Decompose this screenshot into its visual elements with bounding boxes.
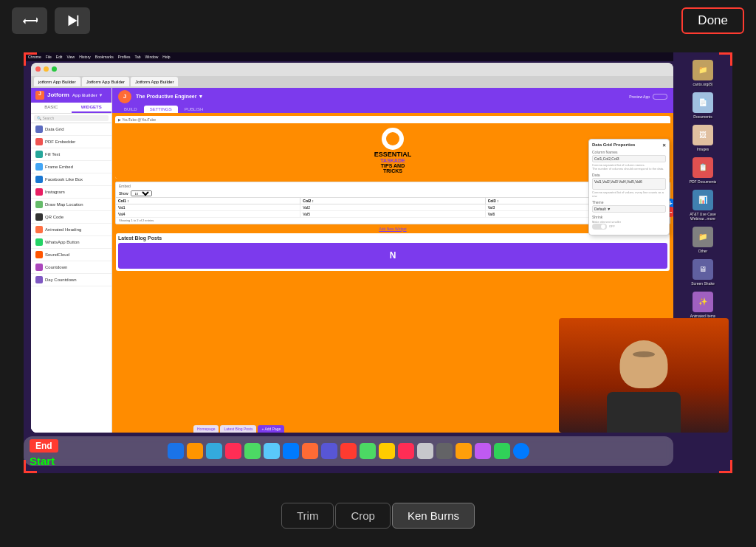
start-label: Start <box>30 455 55 467</box>
swap-icon <box>21 13 38 29</box>
dock-icon-15[interactable] <box>456 443 472 459</box>
blog-image: N <box>118 243 667 269</box>
sidebar-search: 🔍 Search <box>31 114 111 123</box>
app-nav-publish[interactable]: PUBLISH <box>179 106 210 113</box>
video-container: Chrome File Edit View History Bookmarks … <box>24 52 732 473</box>
corner-tr-handle[interactable] <box>719 52 732 66</box>
dock-icon-chrome[interactable] <box>168 443 184 459</box>
dock-icon-9[interactable] <box>340 443 357 459</box>
corner-tl-handle[interactable] <box>24 52 37 66</box>
top-toolbar: Done <box>0 0 756 41</box>
maximize-dot[interactable] <box>52 66 57 72</box>
blog-section: Latest Blog Posts N <box>116 233 670 271</box>
sidebar-item-frame[interactable]: Frame Embed <box>31 161 111 173</box>
page-tab-add[interactable]: + Add Page <box>258 425 284 433</box>
app-header: J The Productive Engineer ▼ Preview App <box>112 88 673 106</box>
main-area: Chrome File Edit View History Bookmarks … <box>0 41 756 484</box>
browser-chrome <box>31 63 673 76</box>
ken-burns-tab[interactable]: Ken Burns <box>392 503 475 529</box>
screenshot-content: Chrome File Edit View History Bookmarks … <box>24 52 732 473</box>
dock-icon-17[interactable] <box>494 443 510 459</box>
dock-icon-5[interactable] <box>264 443 280 459</box>
corner-br-handle[interactable] <box>719 460 732 473</box>
dock-icon-7[interactable] <box>302 443 318 459</box>
desktop-icon-animated[interactable]: ✨ Animated Items <box>690 292 716 318</box>
sidebar-nav-basic[interactable]: BASIC <box>31 103 72 113</box>
column-names-input[interactable]: Col1,Col2,Col3 <box>592 155 666 162</box>
sidebar-item-filltext[interactable]: Fill Text <box>31 148 111 161</box>
app-nav: BUILD SETTINGS PUBLISH <box>112 106 673 113</box>
mac-dock <box>24 436 673 466</box>
browser-tabs: jotform App Builder Jotform App Builder … <box>31 76 673 88</box>
close-dot[interactable] <box>35 66 41 72</box>
bottom-toolbar: Trim Crop Ken Burns <box>0 484 756 547</box>
sidebar-item-qr[interactable]: QR Code <box>31 211 111 224</box>
show-select[interactable]: 10 <box>131 190 152 196</box>
desktop-icon-documents[interactable]: 📄 Documents <box>693 92 713 119</box>
mac-menubar: Chrome File Edit View History Bookmarks … <box>24 52 673 61</box>
trim-tab[interactable]: Trim <box>281 503 334 529</box>
dock-icon-10[interactable] <box>360 443 376 459</box>
page-tab-homepage[interactable]: Homepage <box>193 425 219 433</box>
minimize-dot[interactable] <box>44 66 49 72</box>
desktop-icons: 📁 canto.org(8) 📄 Documents 🖼 Images 📋 PD… <box>677 60 729 318</box>
page-tab-blog[interactable]: Latest Blog Posts <box>220 425 256 433</box>
sidebar-item-soundcloud[interactable]: SoundCloud <box>31 249 111 261</box>
data-input[interactable]: Val1,Val2,Val3 Val4,Val5,Val6 <box>592 178 666 190</box>
desktop-icon-screen-shake[interactable]: 🖥 Screen Shake <box>691 259 714 286</box>
crop-tab[interactable]: Crop <box>335 503 391 529</box>
sidebar-item-facebook[interactable]: Facebook Like Box <box>31 173 111 186</box>
sidebar-item-whatsapp[interactable]: WhatsApp Button <box>31 236 111 249</box>
page-tabs: Homepage Latest Blog Posts + Add Page <box>193 425 284 433</box>
dock-icon-2[interactable] <box>206 443 222 459</box>
webcam-overlay <box>559 318 729 433</box>
desktop-icon-att[interactable]: 📊 AT&T Use Case Webinar...more <box>677 190 729 221</box>
sidebar-item-countdown[interactable]: Countdown <box>31 261 111 274</box>
sidebar-item-daycountdown[interactable]: Day Countdown <box>31 274 111 286</box>
sidebar-item-pdf[interactable]: PDF Embedder <box>31 136 111 148</box>
app-sidebar: J Jotform App Builder ▼ BASIC WIDGETS 🔍 … <box>31 88 112 433</box>
app-nav-build[interactable]: BUILD <box>118 106 143 113</box>
dock-icon-12[interactable] <box>398 443 414 459</box>
desktop-icon-pdf[interactable]: 📋 PDF Documents <box>690 157 717 184</box>
swap-button[interactable] <box>12 7 47 34</box>
dock-icon-16[interactable] <box>475 443 491 459</box>
close-panel-btn[interactable]: ✕ <box>662 142 666 148</box>
sidebar-nav-widgets[interactable]: WIDGETS <box>72 103 112 113</box>
dock-icon-4[interactable] <box>244 443 261 459</box>
shrink-toggle[interactable] <box>592 224 607 230</box>
dock-icon-3[interactable] <box>225 443 241 459</box>
data-grid-properties-panel: Data Grid Properties ✕ Column Names Col1… <box>588 139 670 235</box>
dock-icon-8[interactable] <box>321 443 337 459</box>
dock-icon-11[interactable] <box>379 443 395 459</box>
desktop-icon-images[interactable]: 🖼 Images <box>693 125 713 151</box>
dock-icon-1[interactable] <box>187 443 203 459</box>
play-icon <box>64 13 80 29</box>
sidebar-item-datagrid[interactable]: Data Grid <box>31 123 111 136</box>
sidebar-header: J Jotform App Builder ▼ <box>31 88 111 103</box>
webcam-person <box>559 318 729 433</box>
app-nav-settings[interactable]: SETTINGS <box>144 106 178 113</box>
browser-tab-2[interactable]: Jotform App Builder <box>82 77 129 86</box>
desktop-icon-other[interactable]: 📁 Other <box>693 227 713 253</box>
desktop-icon-canto[interactable]: 📁 canto.org(8) <box>693 60 713 86</box>
play-button[interactable] <box>55 7 90 34</box>
done-button[interactable]: Done <box>681 7 744 34</box>
end-label: End <box>30 439 58 453</box>
dock-icon-13[interactable] <box>417 443 433 459</box>
sidebar-list: Data Grid PDF Embedder Fill Text <box>31 123 111 286</box>
dock-icon-14[interactable] <box>436 443 453 459</box>
sidebar-item-map[interactable]: Draw Map Location <box>31 199 111 211</box>
dock-icon-6[interactable] <box>283 443 299 459</box>
browser-tab-1[interactable]: jotform App Builder <box>34 77 80 86</box>
browser-tab-3[interactable]: Jotform App Builder <box>131 77 178 86</box>
sidebar-nav: BASIC WIDGETS <box>31 103 111 114</box>
theme-select[interactable]: Default ▼ <box>592 205 666 213</box>
toolbar-left <box>12 7 90 34</box>
sidebar-item-aheading[interactable]: Animated Heading <box>31 224 111 236</box>
sidebar-item-instagram[interactable]: Instagram <box>31 186 111 199</box>
dock-icon-18[interactable] <box>513 443 529 459</box>
